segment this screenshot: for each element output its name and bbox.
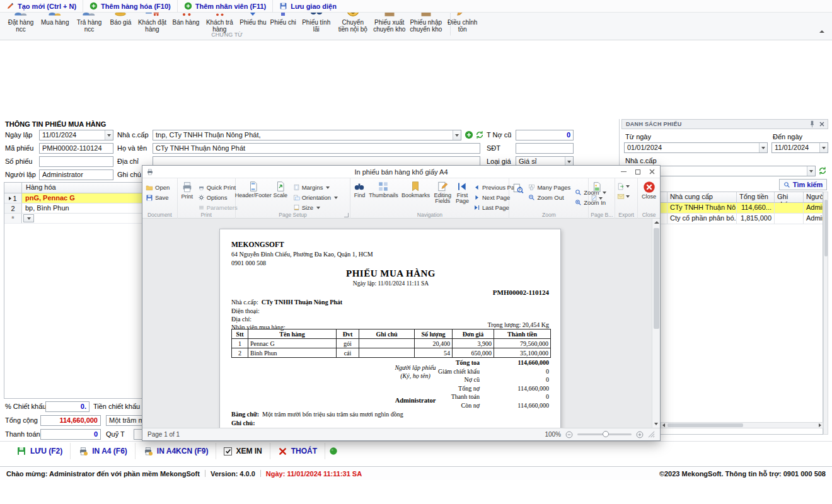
editing-fields-button[interactable]: Editing Fields: [432, 180, 453, 205]
bottom-toolbar: LƯU (F2) IN A4 (F6) IN A4KCN (F9) XEM IN…: [0, 441, 832, 461]
form-section-title: THÔNG TIN PHIẾU MUA HÀNG: [5, 120, 106, 128]
send-email-button[interactable]: [617, 193, 630, 200]
options-button[interactable]: Options: [197, 193, 239, 202]
sdt-field[interactable]: [516, 143, 574, 154]
save-button[interactable]: Save: [144, 193, 171, 202]
header-footer-button[interactable]: Header/Footer: [238, 180, 269, 199]
bookmarks-button[interactable]: Bookmarks: [400, 180, 430, 199]
dialog-toolbar: Open Save Document Print Quick Print Opt…: [142, 178, 660, 219]
scroll-down-icon[interactable]: [654, 423, 658, 425]
toolbar-group-zoom: Many Pages Zoom Out Zoom Zoom In Zoom: [509, 178, 589, 219]
scroll-left-icon[interactable]: [662, 423, 665, 427]
column-header[interactable]: Ghi chú: [775, 192, 804, 202]
ngay-lap-combo[interactable]: 11/01/2024: [39, 130, 113, 140]
print-button[interactable]: Print: [180, 180, 195, 200]
page-background-icon[interactable]: [591, 181, 603, 193]
chevron-down-icon[interactable]: [819, 143, 828, 152]
new-row-dropdown[interactable]: [23, 214, 34, 222]
margins-button[interactable]: Margins: [292, 183, 339, 192]
panel-header: DANH SÁCH PHIẾU: [621, 119, 828, 129]
zoom-in-button[interactable]: [636, 431, 644, 438]
panel-vertical-scrollbar[interactable]: [823, 192, 828, 435]
nha-ccap-combo[interactable]: tnp, CTy TNHH Thuận Nông Phát,: [153, 130, 461, 140]
zoom-in-icon: [575, 199, 582, 206]
save-button[interactable]: LƯU (F2): [9, 443, 71, 459]
t-no-cu-field[interactable]: 0: [516, 130, 574, 140]
tong-cong-field[interactable]: 114,660,000: [40, 415, 101, 426]
zoom-slider[interactable]: [577, 433, 632, 435]
ho-ten-field[interactable]: CTy TNHH Thuận Nông Phát: [153, 143, 480, 154]
column-header[interactable]: Tổng tiền: [737, 192, 775, 202]
quick-print-button[interactable]: Quick Print: [197, 183, 239, 192]
print-a4-button[interactable]: IN A4 (F6): [71, 443, 136, 459]
chevron-down-icon[interactable]: [105, 130, 113, 140]
next-page-icon: [473, 194, 480, 201]
dialog-statusbar: Page 1 of 1 100%: [142, 428, 660, 440]
status-orb-icon[interactable]: [329, 447, 338, 455]
size-button[interactable]: Size: [292, 203, 339, 212]
toolbar-group-print: Print Quick Print Options Parameters Pri…: [178, 178, 236, 219]
xem-in-checkbox[interactable]: XEM IN: [216, 443, 270, 459]
first-page-button[interactable]: First Page: [454, 180, 470, 205]
doc-phone-label: Điện thoại:: [231, 307, 260, 314]
zoom-out-button[interactable]: [565, 431, 573, 438]
chevron-down-icon[interactable]: [453, 130, 461, 140]
t-no-cu-label: T Nợ cũ: [487, 131, 511, 139]
thanh-toan-field[interactable]: 0: [40, 429, 101, 440]
many-pages-button[interactable]: Many Pages: [527, 183, 572, 192]
open-button[interactable]: Open: [144, 183, 171, 192]
watermark-button[interactable]: [591, 195, 603, 202]
thumbnails-button[interactable]: Thumbnails: [368, 180, 398, 199]
save-icon: [16, 446, 26, 456]
zoom-out-button[interactable]: Zoom Out: [527, 193, 572, 202]
preview-area[interactable]: MEKONGSOFT 64 Nguyễn Đình Chiểu, Phường …: [142, 219, 660, 428]
ribbon-collapse-icon[interactable]: [819, 30, 824, 33]
add-supplier-icon[interactable]: [465, 130, 473, 139]
zoom-fit-button[interactable]: [511, 180, 525, 195]
toolbar-group-export: Export: [615, 178, 638, 219]
refresh-supplier-icon[interactable]: [475, 130, 484, 139]
print-a4kcn-button[interactable]: IN A4KCN (F9): [136, 443, 217, 459]
new-button[interactable]: Tạo mới (Ctrl + N): [0, 0, 83, 13]
ma-phieu-field[interactable]: PMH00002-110124: [39, 143, 113, 154]
search-button[interactable]: Tìm kiếm: [779, 179, 827, 190]
add-staff-button[interactable]: Thêm nhân viên (F11): [178, 0, 273, 13]
size-icon: [293, 204, 300, 211]
thumbnails-icon: [378, 181, 389, 192]
find-button[interactable]: Find: [352, 180, 366, 199]
parameters-button[interactable]: Parameters: [197, 203, 239, 212]
panel-refresh-icon[interactable]: [818, 166, 827, 175]
scale-button[interactable]: Scale: [271, 180, 290, 199]
add-item-button[interactable]: Thêm hàng hóa (F10): [83, 0, 178, 13]
resize-grip-icon[interactable]: [648, 431, 655, 438]
toolbar-group-page-setup: Header/Footer Scale Margins Orientation …: [236, 178, 351, 219]
nguoi-lap-field[interactable]: Administrator: [39, 169, 113, 180]
so-phieu-field[interactable]: [39, 156, 113, 167]
den-ngay-combo[interactable]: 11/01/2024: [771, 142, 828, 153]
column-header[interactable]: Người: [804, 192, 823, 202]
export-file-button[interactable]: [617, 183, 630, 190]
chevron-down-icon[interactable]: [759, 143, 767, 152]
doc-signer-note: (Ký, họ tên): [371, 372, 459, 379]
statusbar: Chào mừng: Administrator đến với phần mề…: [0, 466, 832, 480]
column-header[interactable]: Nhà cung cấp: [667, 192, 737, 202]
pin-icon[interactable]: [809, 120, 815, 128]
save-layout-button[interactable]: Lưu giao diện: [273, 0, 343, 13]
zoom-slider-thumb[interactable]: [603, 431, 609, 437]
orientation-button[interactable]: Orientation: [292, 193, 339, 202]
chevron-down-icon[interactable]: [807, 166, 815, 176]
doc-amount-words: Bằng chữ: Một trăm mười bốn triệu sáu tr…: [231, 411, 403, 418]
scroll-right-icon[interactable]: [819, 423, 821, 427]
preview-vertical-scrollbar[interactable]: [652, 219, 660, 428]
doc-note-label: Ghi chú:: [231, 420, 255, 427]
doc-address-label: Địa chỉ:: [231, 316, 251, 323]
close-preview-button[interactable]: Close: [640, 180, 658, 200]
tu-ngay-combo[interactable]: 01/01/2024: [624, 142, 768, 153]
scroll-up-icon[interactable]: [654, 221, 659, 224]
exit-x-icon: [278, 447, 287, 456]
chiet-khau-field[interactable]: 0.: [45, 401, 90, 412]
open-folder-icon: [146, 184, 153, 192]
exit-button[interactable]: THOÁT: [270, 443, 325, 459]
panel-horizontal-scrollbar[interactable]: [661, 422, 823, 428]
panel-close-icon[interactable]: [819, 122, 824, 127]
